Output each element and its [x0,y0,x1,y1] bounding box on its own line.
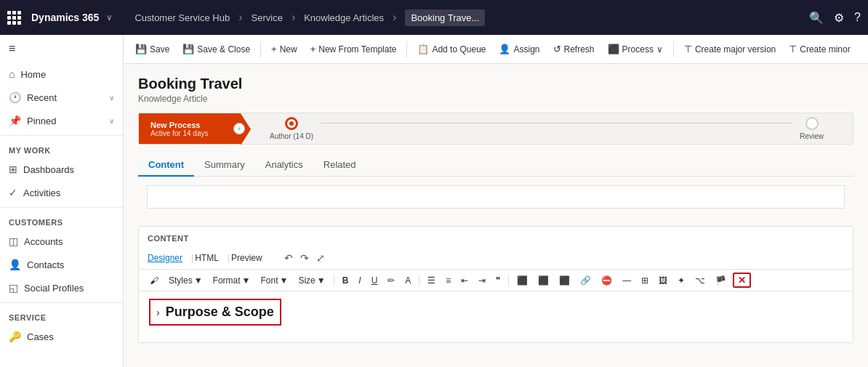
sidebar-item-activities[interactable]: ✓ Activities [0,181,123,204]
save-close-button[interactable]: 💾 Save & Close [177,41,256,57]
editor-tab-designer[interactable]: Designer [148,251,190,265]
process-label: Process [622,44,654,55]
breadcrumb-booking-travel[interactable]: Booking Trave... [405,9,485,26]
sidebar-item-social-profiles[interactable]: ◱ Social Profiles [0,276,123,299]
align-right-button[interactable]: ⬛ [555,274,574,287]
editor-tab-sep-1: | [191,253,193,263]
sidebar-section-customers: Customers [0,211,123,230]
styles-chevron: ▼ [194,275,203,286]
sidebar-item-home[interactable]: ⌂ Home [0,62,123,86]
dashboards-icon: ⊞ [9,164,17,175]
process-button[interactable]: ⬛ Process ∨ [602,41,669,57]
help-icon[interactable]: ? [854,11,861,24]
create-minor-button[interactable]: ⊤ Create minor [783,41,856,57]
save-button[interactable]: 💾 Save [129,41,175,57]
sidebar-item-recent[interactable]: 🕐 Recent ∨ [0,86,123,109]
tab-summary[interactable]: Summary [194,153,255,176]
new-icon: + [271,44,277,55]
recent-chevron: ∨ [109,94,114,102]
tab-related[interactable]: Related [313,153,366,176]
new-from-template-button[interactable]: + New From Template [305,41,403,57]
editor-tab-html[interactable]: HTML [195,251,226,265]
major-icon: ⊤ [684,44,692,55]
page-body: Booking Travel Knowledge Article New Pro… [124,64,868,367]
table-button[interactable]: ⊞ [638,274,652,287]
decrease-indent[interactable]: ⇤ [457,274,472,287]
breadcrumb-sep-3: › [292,11,295,24]
hr-button[interactable]: — [619,274,635,287]
tab-content[interactable]: Content [138,153,194,176]
process-stage-name: New Process [150,121,229,129]
content-expand-arrow[interactable]: › [156,307,160,318]
activities-icon: ✓ [9,187,17,198]
image-button[interactable]: 🖼 [655,274,671,287]
sidebar-item-contacts[interactable]: 👤 Contacts [0,253,123,276]
sidebar-item-pinned[interactable]: 📌 Pinned ∨ [0,109,123,132]
create-major-button[interactable]: ⊤ Create major version [678,41,781,57]
breadcrumb-service[interactable]: Service [252,12,283,23]
sidebar-divider-2 [0,207,123,208]
expand-button[interactable]: ⤢ [316,252,325,264]
undo-button[interactable]: ↶ [284,252,293,264]
bullets-button[interactable]: ☰ [424,274,439,287]
waffle-icon[interactable] [7,11,21,25]
code-button[interactable]: ⌥ [691,274,709,287]
settings-icon[interactable]: ⚙ [834,11,844,25]
step-circle-author [285,117,298,130]
flag-button[interactable]: 🏴 [712,274,730,287]
sidebar-item-cases[interactable]: 🔑 Cases [0,325,123,348]
align-left-button[interactable]: ⬛ [513,274,531,287]
bold-button[interactable]: B [339,274,353,287]
sidebar-item-dashboards[interactable]: ⊞ Dashboards [0,158,123,181]
blockquote-button[interactable]: ❞ [492,274,504,287]
breadcrumb-knowledge-articles[interactable]: Knowledge Articles [304,12,384,23]
italic-button[interactable]: I [355,274,364,287]
process-step-review[interactable]: Review [800,117,824,140]
styles-dropdown[interactable]: Styles ▼ [165,273,206,288]
tab-analytics[interactable]: Analytics [255,153,313,176]
add-to-queue-button[interactable]: 📋 Add to Queue [411,41,491,57]
new-button[interactable]: + New [265,41,303,57]
refresh-button[interactable]: ↺ Refresh [547,41,600,57]
sidebar-item-accounts[interactable]: ◫ Accounts [0,230,123,253]
font-dropdown[interactable]: Font ▼ [257,273,292,288]
sidebar-item-activities-label: Activities [23,187,60,198]
format-paint-icon[interactable]: 🖌 [146,274,162,287]
process-collapse-button[interactable]: ‹ [233,123,245,134]
assign-button[interactable]: 👤 Assign [493,41,545,57]
align-center-button[interactable]: ⬛ [534,274,552,287]
redo-button[interactable]: ↷ [300,252,309,264]
process-active-stage[interactable]: New Process Active for 14 days ‹ [139,113,241,144]
increase-indent[interactable]: ⇥ [475,274,489,287]
highlight-button[interactable]: ✏ [384,274,398,287]
tb-sep-3 [673,41,674,57]
app-name[interactable]: Dynamics 365 [31,12,99,23]
numbering-button[interactable]: ≡ [442,274,454,287]
refresh-icon: ↺ [553,44,561,55]
link-button[interactable]: 🔗 [576,274,595,287]
process-step-author[interactable]: Author (14 D) [270,117,313,140]
editor-tab-preview[interactable]: Preview [231,251,270,265]
tb-sep-2 [406,41,407,57]
font-color-button[interactable]: A [401,274,414,287]
sidebar-toggle[interactable]: ≡ [0,35,123,62]
unlink-button[interactable]: ⛔ [598,274,616,287]
format-label: Format [213,275,241,286]
size-dropdown[interactable]: Size ▼ [294,273,329,288]
new-from-template-label: New From Template [318,44,396,55]
title-input[interactable] [147,185,845,209]
editor-body[interactable]: › Purpose & Scope [139,291,853,342]
underline-button[interactable]: U [368,274,382,287]
search-icon[interactable]: 🔍 [809,11,824,25]
recent-icon: 🕐 [9,92,21,103]
editor-history: ↶ ↷ ⤢ [284,252,325,264]
format-dropdown[interactable]: Format ▼ [209,273,254,288]
page-title: Booking Travel [138,76,853,92]
accounts-icon: ◫ [9,235,18,247]
content-section-label: CONTENT [139,227,853,247]
close-format-button[interactable]: ✕ [733,273,751,288]
app-chevron[interactable]: ∨ [106,12,113,23]
fmt-sep-1 [334,275,334,286]
special-char-button[interactable]: ✦ [674,274,688,287]
breadcrumb-customer-service-hub[interactable]: Customer Service Hub [134,12,230,23]
